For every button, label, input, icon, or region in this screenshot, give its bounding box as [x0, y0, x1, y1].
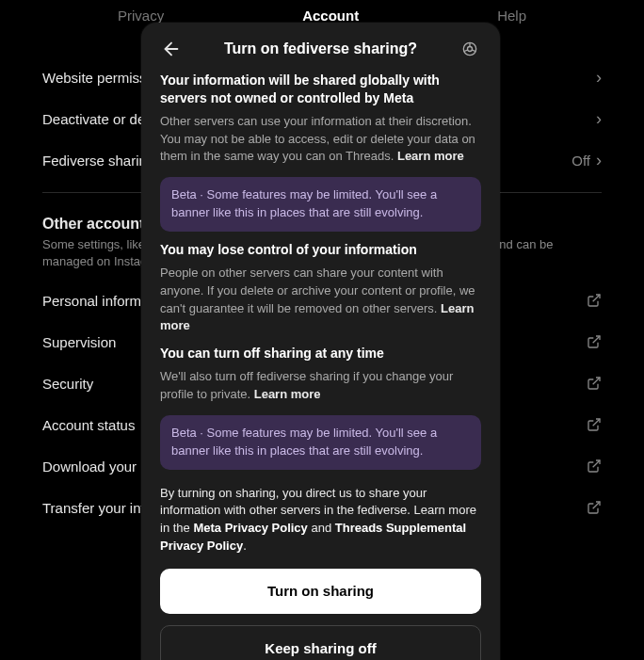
arrow-left-icon: [161, 39, 182, 59]
external-link-icon: [587, 459, 602, 474]
tab-account[interactable]: Account: [302, 8, 359, 24]
row-value: Off: [572, 153, 590, 169]
row-label: Fediverse sharing: [42, 153, 154, 169]
beta-banner: Beta · Some features may be limited. You…: [160, 177, 481, 232]
chevron-right-icon: ›: [596, 110, 602, 127]
svg-line-1: [593, 336, 600, 343]
external-link-icon: [587, 417, 602, 432]
external-link-icon: [587, 500, 602, 515]
svg-line-5: [593, 502, 600, 508]
tab-help[interactable]: Help: [497, 8, 526, 24]
meta-privacy-policy-link[interactable]: Meta Privacy Policy: [193, 521, 307, 535]
external-link-icon: [587, 334, 602, 349]
fediverse-modal: Turn on fediverse sharing? Your informat…: [141, 23, 500, 660]
learn-more-link[interactable]: Learn more: [397, 149, 464, 163]
modal-title: Turn on fediverse sharing?: [183, 40, 459, 57]
modal-paragraph-1: Other servers can use your information a…: [160, 113, 481, 167]
svg-line-4: [593, 460, 600, 467]
chevron-right-icon: ›: [596, 152, 602, 169]
modal-paragraph-3: We'll also turn off fediverse sharing if…: [160, 368, 481, 404]
modal-heading-3: You can turn off sharing at any time: [160, 345, 481, 362]
modal-paragraph-2: People on other servers can share your c…: [160, 265, 481, 335]
modal-heading-2: You may lose control of your information: [160, 241, 481, 259]
svg-point-8: [468, 47, 473, 52]
modal-heading-1: Your information will be shared globally…: [160, 72, 481, 107]
svg-line-11: [464, 50, 468, 52]
external-link-icon: [587, 376, 602, 391]
fediverse-icon: [460, 40, 479, 58]
external-link-icon: [587, 293, 602, 308]
modal-footer-text: By turning on sharing, you direct us to …: [160, 485, 481, 555]
back-button[interactable]: [160, 38, 183, 60]
svg-line-2: [593, 378, 600, 384]
learn-more-link[interactable]: Learn more: [254, 387, 321, 401]
row-label: Security: [42, 376, 93, 392]
row-label: Account status: [42, 417, 135, 433]
svg-line-3: [593, 419, 600, 426]
svg-line-0: [593, 295, 600, 301]
svg-line-10: [472, 50, 475, 52]
turn-on-sharing-button[interactable]: Turn on sharing: [160, 569, 481, 614]
tab-privacy[interactable]: Privacy: [118, 8, 164, 24]
fediverse-icon-button[interactable]: [459, 38, 481, 60]
keep-sharing-off-button[interactable]: Keep sharing off: [160, 625, 481, 660]
beta-banner: Beta · Some features may be limited. You…: [160, 415, 481, 470]
chevron-right-icon: ›: [596, 69, 602, 86]
row-label: Supervision: [42, 334, 116, 350]
